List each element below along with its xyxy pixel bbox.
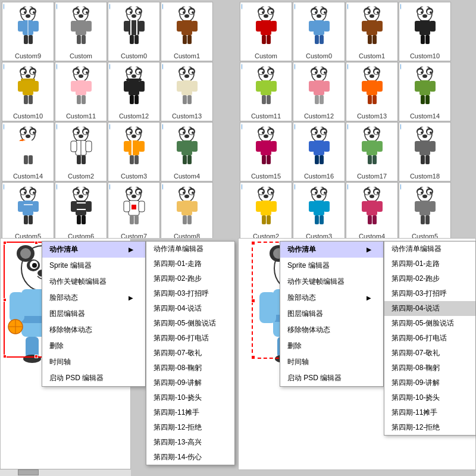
submenu-item[interactable]: 第四期-01-走路 (146, 256, 234, 271)
char-item[interactable]: G3 Custom1 (346, 2, 398, 61)
char-img (348, 4, 396, 51)
right-submenu-item[interactable]: 第四期-06-打电话 (384, 331, 475, 346)
char-item[interactable]: G3 Custom12 (108, 62, 160, 121)
submenu-item[interactable]: 第四期-12-拒绝 (146, 420, 234, 435)
right-submenu-item[interactable]: 第四期-10-挠头 (384, 390, 475, 405)
char-item[interactable]: G3 Custom4 (346, 182, 398, 238)
menu-item-face[interactable]: 脸部动态 ▶ (42, 290, 145, 306)
submenu-item[interactable]: 第四期-04-说话 (146, 301, 234, 316)
svg-point-61 (33, 71, 35, 74)
submenu-item[interactable]: 动作清单编辑器 (146, 242, 234, 256)
char-item[interactable]: G3 Custom0 (108, 2, 160, 61)
menu-item-keyframe[interactable]: 动作关键帧编辑器 (42, 274, 145, 290)
svg-point-395 (324, 192, 326, 194)
right-submenu-item[interactable]: 第四期-12-拒绝 (384, 420, 475, 435)
char-item[interactable]: G3 Custom13 (346, 62, 398, 121)
char-item[interactable]: G3 Custom3 (108, 122, 160, 181)
char-item[interactable]: G3 Custom17 (346, 122, 398, 181)
right-submenu-item[interactable]: 第四期-09-讲解 (384, 375, 475, 390)
char-item[interactable]: G3 Custom15 (240, 122, 292, 181)
right-submenu-item-highlighted[interactable]: 第四期-04-说话 (384, 301, 475, 316)
char-item[interactable]: G3 Custom (240, 2, 292, 61)
svg-point-60 (24, 71, 26, 74)
char-item[interactable]: G3 Custom14 (399, 62, 451, 121)
right-submenu-item[interactable]: 第四期-07-敬礼 (384, 346, 475, 361)
char-item[interactable]: G3 Custom5 (399, 182, 451, 238)
char-item[interactable]: G3 Custom0 (293, 2, 345, 61)
right-submenu-item[interactable]: 第四期-03-打招呼 (384, 286, 475, 301)
char-item[interactable]: G3 Custom4 (161, 122, 213, 181)
char-item[interactable]: G3 Custom9 (2, 2, 54, 61)
svg-rect-77 (76, 80, 86, 95)
right-menu-item-sprite[interactable]: Sprite 编辑器 (280, 258, 383, 274)
right-menu-item-action-list[interactable]: 动作清单 ▶ (280, 242, 383, 258)
char-item[interactable]: G3 Custom1 (161, 2, 213, 61)
svg-point-227 (264, 14, 268, 18)
menu-item-remove-anim[interactable]: 移除物体动态 (42, 322, 145, 338)
menu-item-psd[interactable]: 启动 PSD 编辑器 (42, 370, 145, 386)
char-item[interactable]: G3 Custom (55, 2, 107, 61)
char-item[interactable]: G3 Custom13 (161, 62, 213, 121)
scrollbar-bottom-left[interactable] (0, 469, 131, 476)
menu-item-layer[interactable]: 图层编辑器 (42, 306, 145, 322)
svg-point-101 (183, 71, 185, 74)
svg-rect-361 (368, 155, 372, 164)
menu-item-action-list[interactable]: 动作清单 ▶ (42, 242, 145, 258)
submenu-item[interactable]: 第四期-10-挠头 (146, 390, 234, 405)
svg-rect-386 (271, 201, 277, 212)
right-menu-item-delete[interactable]: 删除 (280, 338, 383, 354)
char-item[interactable]: G3 Custom11 (240, 62, 292, 121)
submenu-item[interactable]: 第四期-13-高兴 (146, 435, 234, 450)
char-item[interactable]: G3 Custom2 (55, 122, 107, 181)
char-item[interactable]: G3 Custom2 (240, 182, 292, 238)
char-item[interactable]: G3 Custom10 (399, 2, 451, 61)
right-menu-item-keyframe[interactable]: 动作关键帧编辑器 (280, 274, 383, 290)
char-item[interactable]: G3 Custom11 (55, 62, 107, 121)
svg-point-47 (183, 11, 185, 14)
right-menu-item-remove-anim[interactable]: 移除物体动态 (280, 322, 383, 338)
svg-point-343 (324, 131, 326, 134)
char-item[interactable]: G3 Custom16 (293, 122, 345, 181)
submenu-item[interactable]: 第四期-08-鞠躬 (146, 361, 234, 375)
right-menu-item-layer[interactable]: 图层编辑器 (280, 306, 383, 322)
char-item[interactable]: G3 Custom6 (55, 182, 107, 238)
char-item[interactable]: G3 Custom14 (2, 122, 54, 181)
right-submenu-item[interactable]: 第四期-02-跑步 (384, 271, 475, 286)
char-item[interactable]: G3 Custom3 (293, 182, 345, 238)
right-submenu-item[interactable]: 动作清单编辑器 (384, 242, 475, 256)
char-item[interactable]: G3 Custom7 (108, 182, 160, 238)
menu-item-delete[interactable]: 删除 (42, 338, 145, 354)
svg-rect-241 (314, 20, 324, 35)
submenu-item[interactable]: 第四期-11摊手 (146, 405, 234, 420)
char-item[interactable]: G3 Custom5 (2, 182, 54, 238)
right-menu-item-psd[interactable]: 启动 PSD 编辑器 (280, 370, 383, 386)
svg-point-129 (86, 131, 88, 134)
char-item[interactable]: G3 Custom18 (399, 122, 451, 181)
submenu-item[interactable]: 第四期-05-侧脸说话 (146, 316, 234, 331)
menu-item-sprite[interactable]: Sprite 编辑器 (42, 258, 145, 274)
right-submenu-item[interactable]: 第四期-01-走路 (384, 256, 475, 271)
right-submenu-item[interactable]: 第四期-05-侧脸说话 (384, 316, 475, 331)
menu-item-timeline[interactable]: 时间轴 (42, 354, 145, 370)
svg-point-420 (421, 192, 423, 194)
char-item[interactable]: G3 Custom12 (293, 62, 345, 121)
svg-rect-401 (320, 215, 324, 224)
char-item[interactable]: G3 Custom8 (161, 182, 213, 238)
submenu-item[interactable]: 第四期-14-伤心 (146, 450, 234, 465)
char-label: Custom5 (412, 233, 438, 238)
svg-point-368 (421, 131, 423, 134)
char-item[interactable]: G3 Custom10 (2, 62, 54, 121)
right-submenu-item[interactable]: 第四期-11摊手 (384, 405, 475, 420)
svg-rect-426 (421, 215, 425, 224)
submenu-item[interactable]: 第四期-07-敬礼 (146, 346, 234, 361)
right-submenu-item[interactable]: 第四期-08-鞠躬 (384, 361, 475, 375)
submenu-item[interactable]: 第四期-06-打电话 (146, 331, 234, 346)
svg-rect-12 (24, 35, 28, 44)
submenu-item[interactable]: 第四期-03-打招呼 (146, 286, 234, 301)
scrollbar-thumb[interactable] (18, 469, 39, 475)
right-menu-item-face[interactable]: 脸部动态 ▶ (280, 290, 383, 306)
submenu-item[interactable]: 第四期-02-跑步 (146, 271, 234, 286)
svg-rect-375 (425, 155, 430, 164)
submenu-item[interactable]: 第四期-09-讲解 (146, 375, 234, 390)
right-menu-item-timeline[interactable]: 时间轴 (280, 354, 383, 370)
